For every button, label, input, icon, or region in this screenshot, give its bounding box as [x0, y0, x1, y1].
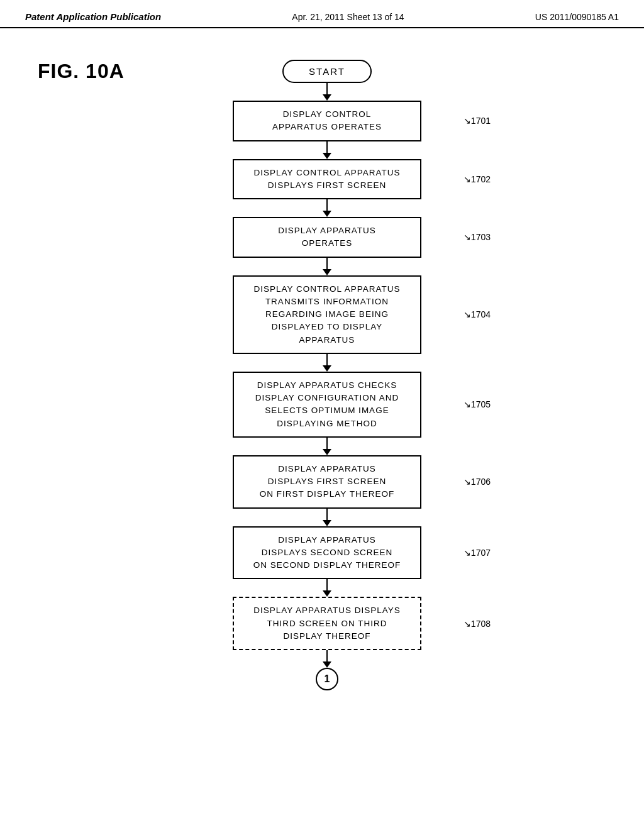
step-1708-wrapper: DISPLAY APPARATUS DISPLAYSTHIRD SCREEN O… — [151, 597, 503, 650]
arrow-7 — [323, 509, 331, 526]
header-date-sheet: Apr. 21, 2011 Sheet 13 of 14 — [292, 12, 404, 22]
header: Patent Application Publication Apr. 21, … — [0, 0, 644, 28]
arrow-6 — [323, 438, 331, 455]
start-node: START — [282, 60, 372, 83]
page-container: Patent Application Publication Apr. 21, … — [0, 0, 644, 830]
step-1705-wrapper: DISPLAY APPARATUS CHECKSDISPLAY CONFIGUR… — [151, 372, 503, 438]
step-1705-box: DISPLAY APPARATUS CHECKSDISPLAY CONFIGUR… — [233, 372, 421, 438]
step-1706-label: ↘1706 — [464, 477, 491, 487]
step-1703-label: ↘1703 — [464, 232, 491, 242]
step-1702-box: DISPLAY CONTROL APPARATUSDISPLAYS FIRST … — [233, 159, 421, 200]
step-1704-label: ↘1704 — [464, 309, 491, 319]
step-1708-label: ↘1708 — [464, 619, 491, 629]
step-1706-wrapper: DISPLAY APPARATUSDISPLAYS FIRST SCREENON… — [151, 455, 503, 509]
step-1701-box: DISPLAY CONTROLAPPARATUS OPERATES — [233, 101, 421, 141]
step-1704-wrapper: DISPLAY CONTROL APPARATUSTRANSMITS INFOR… — [151, 275, 503, 354]
step-1702-wrapper: DISPLAY CONTROL APPARATUSDISPLAYS FIRST … — [151, 159, 503, 200]
header-publication-label: Patent Application Publication — [25, 11, 161, 22]
step-1707-wrapper: DISPLAY APPARATUSDISPLAYS SECOND SCREENO… — [151, 526, 503, 580]
step-1701-wrapper: DISPLAY CONTROLAPPARATUS OPERATES ↘1701 — [151, 101, 503, 141]
step-1706-box: DISPLAY APPARATUSDISPLAYS FIRST SCREENON… — [233, 455, 421, 509]
main-content: FIG. 10A START DISPLAY CONTROLAPPARATUS … — [0, 28, 644, 709]
step-1703-box: DISPLAY APPARATUSOPERATES — [233, 217, 421, 258]
step-1703-wrapper: DISPLAY APPARATUSOPERATES ↘1703 — [151, 217, 503, 258]
arrow-1 — [323, 83, 331, 101]
figure-label: FIG. 10A — [38, 60, 125, 83]
arrow-3 — [323, 199, 331, 217]
arrow-4 — [323, 258, 331, 275]
arrow-2 — [323, 141, 331, 159]
step-1708-box: DISPLAY APPARATUS DISPLAYSTHIRD SCREEN O… — [233, 597, 421, 650]
step-1705-label: ↘1705 — [464, 399, 491, 409]
step-1707-box: DISPLAY APPARATUSDISPLAYS SECOND SCREENO… — [233, 526, 421, 580]
header-patent-number: US 2011/0090185 A1 — [535, 12, 619, 22]
arrow-5 — [323, 354, 331, 372]
step-1704-box: DISPLAY CONTROL APPARATUSTRANSMITS INFOR… — [233, 275, 421, 354]
flowchart: START DISPLAY CONTROLAPPARATUS OPERATES … — [151, 47, 503, 690]
arrow-end — [323, 650, 331, 668]
step-1702-label: ↘1702 — [464, 174, 491, 184]
arrow-8 — [323, 579, 331, 597]
step-1707-label: ↘1707 — [464, 548, 491, 558]
step-1701-label: ↘1701 — [464, 116, 491, 126]
end-connector: 1 — [316, 668, 338, 690]
